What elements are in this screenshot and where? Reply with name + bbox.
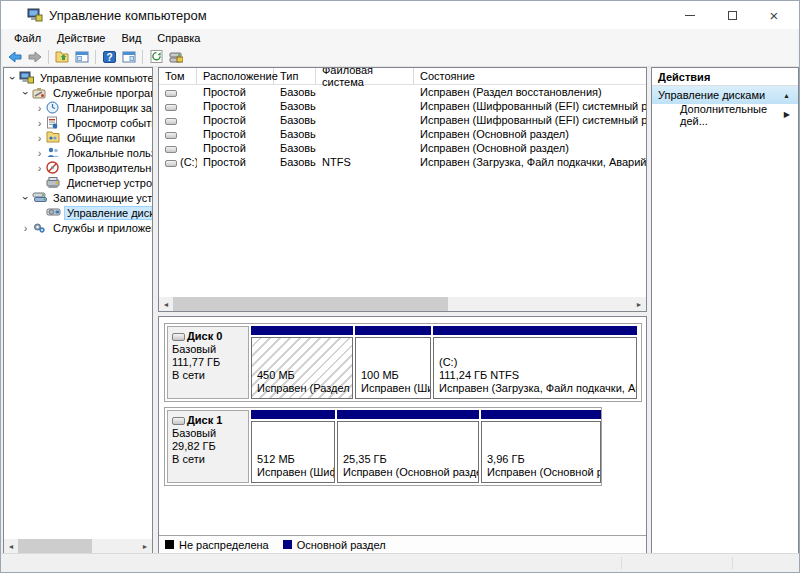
scrollbar-thumb[interactable] (18, 539, 92, 553)
up-level-icon[interactable] (52, 48, 72, 66)
status-bar-divider (621, 557, 622, 569)
disk-1-label[interactable]: Диск 1 Базовый 29,82 ГБ В сети (167, 410, 249, 483)
back-icon[interactable] (5, 48, 25, 66)
console-tree-pane: › Управление компьютером (л › Служебные … (3, 67, 153, 554)
submenu-right-icon[interactable]: ▶ (784, 110, 790, 119)
table-row[interactable]: Простой Базовый Исправен (Основной разде… (159, 127, 646, 141)
status-bar (1, 553, 799, 572)
disk-0-partition-1[interactable]: 450 МБ Исправен (Раздел вос (251, 326, 353, 399)
expander-collapsed-icon[interactable]: › (19, 222, 32, 234)
partition-color-bar (355, 326, 431, 335)
table-row[interactable]: Простой Базовый Исправен (Шифрованный (E… (159, 113, 646, 127)
tree-item-shared-folders[interactable]: › Общие папки (4, 130, 152, 145)
computer-management-window: { "window": { "title": "Управление компь… (0, 0, 800, 573)
volume-status: Исправен (Раздел восстановления) (414, 86, 646, 98)
forward-icon[interactable] (25, 48, 45, 66)
scroll-right-icon[interactable]: ► (138, 539, 152, 553)
tree-item-event-viewer[interactable]: › Просмотр событий (4, 115, 152, 130)
partition-status: Исправен (Основной ра (487, 466, 595, 479)
tree-item-label: Планировщик заданий (65, 102, 152, 114)
disk-1-partition-1[interactable]: 512 МБ Исправен (Шифр (251, 410, 335, 483)
tree-item-performance[interactable]: › Производительность (4, 160, 152, 175)
volume-status: Исправен (Основной раздел) (414, 128, 646, 140)
show-console-tree-icon[interactable] (72, 48, 92, 66)
help-icon[interactable]: ? (99, 48, 119, 66)
refresh-icon[interactable] (146, 48, 166, 66)
disk-graph-pane: Диск 0 Базовый 111,77 ГБ В сети 450 МБ И… (158, 316, 647, 554)
menu-file[interactable]: Файл (6, 30, 49, 46)
disk-0-partition-3[interactable]: (C:) 111,24 ГБ NTFS Исправен (Загрузка, … (433, 326, 637, 399)
tree-item-device-manager[interactable]: Диспетчер устройств (4, 175, 152, 190)
disk-0-partition-2[interactable]: 100 МБ Исправен (Шиф (355, 326, 431, 399)
tree-item-services-and-applications[interactable]: › Службы и приложения (4, 220, 152, 235)
partition-color-bar (433, 326, 637, 335)
partition-status: Исправен (Загрузка, Файл подкачки, Авари (439, 382, 631, 395)
disk-name: Диск 1 (187, 414, 222, 426)
disk-1-partition-2[interactable]: 25,35 ГБ Исправен (Основной раздел) (337, 410, 479, 483)
close-icon[interactable]: × (753, 1, 795, 29)
table-row[interactable]: (C:) Простой Базовый NTFS Исправен (Загр… (159, 155, 646, 169)
volume-layout: Простой (197, 156, 274, 168)
tree-item-computer-management[interactable]: › Управление компьютером (л (4, 70, 152, 85)
partition-color-bar (251, 326, 353, 335)
event-viewer-icon (46, 116, 62, 129)
legend-item-primary-partition: Основной раздел (283, 539, 386, 551)
tree-item-disk-management[interactable]: Управление дисками (4, 205, 152, 220)
volume-layout: Простой (197, 128, 274, 140)
scroll-right-icon[interactable]: ► (632, 297, 646, 311)
computer-management-app-icon (27, 8, 43, 22)
tree-item-label: Запоминающие устройст (51, 192, 152, 204)
column-header-filesystem[interactable]: Файловая система (316, 68, 414, 85)
volume-layout: Простой (197, 100, 274, 112)
tree-item-task-scheduler[interactable]: › Планировщик заданий (4, 100, 152, 115)
tree-item-local-users-and-groups[interactable]: › Локальные пользовате (4, 145, 152, 160)
expander-expanded-icon[interactable]: › (20, 191, 32, 204)
menu-action[interactable]: Действие (49, 30, 113, 46)
tree-item-label: Производительность (65, 162, 152, 174)
collapse-up-icon[interactable]: ▲ (783, 92, 790, 99)
volumes-horizontal-scrollbar[interactable]: ◄ ► (159, 297, 646, 311)
disk-type: Базовый (172, 427, 244, 440)
disk-management-icon (46, 206, 62, 219)
volume-name: (C:) (180, 156, 197, 168)
column-header-layout[interactable]: Расположение (197, 68, 274, 85)
scrollbar-thumb[interactable] (173, 297, 448, 311)
unallocated-color-swatch (165, 540, 174, 549)
expander-collapsed-icon[interactable]: › (33, 102, 46, 114)
table-row[interactable]: Простой Базовый Исправен (Шифрованный (E… (159, 99, 646, 113)
expander-collapsed-icon[interactable]: › (33, 147, 46, 159)
legend-item-unallocated: Не распределена (165, 539, 269, 551)
menu-help[interactable]: Справка (149, 30, 208, 46)
disk-1-partition-3[interactable]: 3,96 ГБ Исправен (Основной ра (481, 410, 601, 483)
tree-item-system-tools[interactable]: › Служебные программы (4, 85, 152, 100)
column-header-volume[interactable]: Том (159, 68, 197, 85)
expander-collapsed-icon[interactable]: › (33, 117, 46, 129)
partition-label: (C:) (439, 356, 631, 369)
table-row[interactable]: Простой Базовый Исправен (Основной разде… (159, 141, 646, 155)
actions-item-more-actions[interactable]: Дополнительные дей... ▶ (652, 105, 798, 124)
disk-0-label[interactable]: Диск 0 Базовый 111,77 ГБ В сети (167, 326, 249, 399)
scroll-left-icon[interactable]: ◄ (4, 539, 18, 553)
expander-expanded-icon[interactable]: › (7, 71, 19, 84)
rescan-disks-icon[interactable] (166, 48, 186, 66)
tree-item-storage[interactable]: › Запоминающие устройст (4, 190, 152, 205)
tree-item-label: Просмотр событий (65, 117, 152, 129)
disk-icon (172, 417, 185, 425)
toolbar-separator (48, 50, 49, 64)
local-users-icon (46, 146, 62, 159)
partition-size: 111,24 ГБ NTFS (439, 369, 631, 382)
column-header-type[interactable]: Тип (274, 68, 316, 85)
scroll-left-icon[interactable]: ◄ (159, 297, 173, 311)
tree-horizontal-scrollbar[interactable]: ◄ ► (4, 539, 152, 553)
storage-icon (32, 191, 48, 204)
expander-collapsed-icon[interactable]: › (33, 162, 46, 174)
show-hide-action-pane-icon[interactable] (119, 48, 139, 66)
disk-state: В сети (172, 369, 244, 382)
minimize-icon[interactable] (669, 1, 711, 29)
expander-collapsed-icon[interactable]: › (33, 132, 46, 144)
menu-view[interactable]: Вид (113, 30, 149, 46)
expander-expanded-icon[interactable]: › (20, 86, 32, 99)
volume-icon (165, 118, 177, 125)
maximize-icon[interactable] (711, 1, 753, 29)
column-header-status[interactable]: Состояние (414, 68, 646, 85)
